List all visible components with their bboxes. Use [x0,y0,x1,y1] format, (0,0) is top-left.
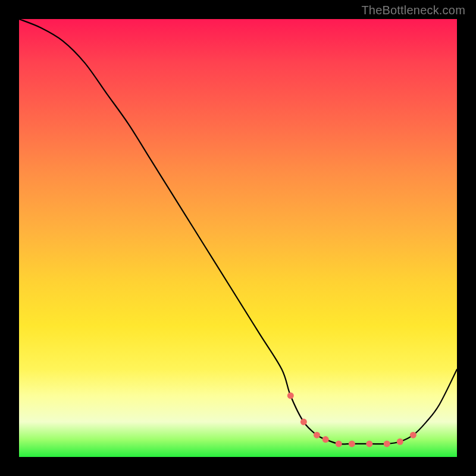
curve-layer [19,19,457,457]
marker-dot [384,440,390,447]
marker-dot [410,432,416,439]
highlight-dots [287,392,416,447]
bottleneck-curve [19,19,457,444]
marker-dot [322,436,329,443]
plot-area [19,19,457,457]
marker-dot [366,440,372,447]
marker-dot [397,439,403,445]
watermark-label: TheBottleneck.com [361,4,465,17]
marker-dot [287,392,294,399]
chart-frame: TheBottleneck.com [0,0,476,476]
marker-dot [336,440,342,447]
marker-dot [314,432,320,439]
marker-dot [300,419,307,425]
marker-dot [349,440,355,447]
